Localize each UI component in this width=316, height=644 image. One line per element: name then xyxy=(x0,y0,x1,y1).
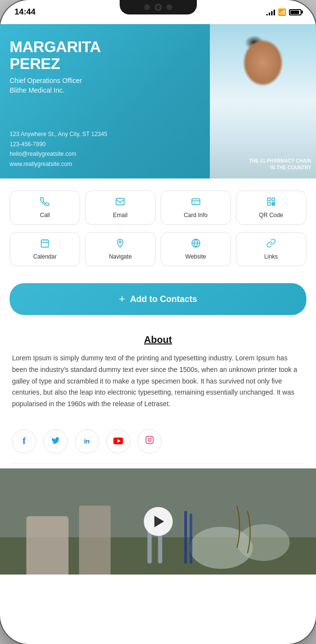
youtube-button[interactable] xyxy=(106,429,130,453)
card-info-button[interactable]: Card Info xyxy=(161,191,231,225)
status-icons: 📶 xyxy=(266,8,302,16)
linkedin-button[interactable]: in xyxy=(75,429,99,453)
calendar-label: Calendar xyxy=(33,253,57,260)
add-to-contacts-button[interactable]: + Add to Contacts xyxy=(10,283,306,315)
calendar-icon xyxy=(40,238,50,250)
play-button[interactable] xyxy=(144,507,173,536)
screen: MARGARITA PEREZ Chief Operations Officer… xyxy=(0,24,316,644)
status-time: 14:44 xyxy=(14,7,35,17)
hero-phone: 123-456-7890 xyxy=(10,139,200,149)
hero-contact: 123 Anywhere St., Any City, ST 12345 123… xyxy=(10,129,200,169)
hero-website: www.reallygreatsite.com xyxy=(10,159,200,169)
signal-bar-2 xyxy=(269,13,270,15)
email-icon xyxy=(115,197,125,209)
card-info-label: Card Info xyxy=(184,212,207,219)
video-overlay xyxy=(0,468,316,575)
hero-email: hello@reallygreatsite.com xyxy=(10,149,200,159)
linkedin-icon: in xyxy=(84,438,90,445)
social-section: f in xyxy=(0,420,316,463)
calendar-button[interactable]: Calendar xyxy=(10,232,80,266)
signal-bar-1 xyxy=(266,14,268,15)
hero-name-line2: PEREZ xyxy=(10,55,60,72)
about-title: About xyxy=(12,334,304,345)
navigate-label: Navigate xyxy=(109,253,132,260)
video-section xyxy=(0,468,316,575)
actions-row-1: Call Email xyxy=(10,191,306,225)
svg-rect-10 xyxy=(274,204,275,206)
hero-photo-canvas xyxy=(210,24,316,178)
links-label: Links xyxy=(264,253,278,260)
battery-icon xyxy=(289,9,302,15)
svg-rect-1 xyxy=(192,199,200,205)
svg-rect-11 xyxy=(41,240,49,247)
links-icon xyxy=(266,238,276,250)
navigate-icon xyxy=(115,238,125,250)
svg-point-22 xyxy=(151,438,152,438)
navigate-button[interactable]: Navigate xyxy=(85,232,155,266)
hero-company: Blithe Medical Inc. xyxy=(10,86,65,94)
play-icon xyxy=(154,516,164,527)
email-label: Email xyxy=(113,212,127,219)
divider xyxy=(12,463,304,464)
add-contacts-label: Add to Contacts xyxy=(130,294,197,304)
svg-rect-0 xyxy=(116,198,124,205)
actions-section: Call Email xyxy=(0,178,316,278)
hero-tagline-line1: THE #1 PHARMACY CHAIN xyxy=(249,158,311,164)
svg-rect-6 xyxy=(267,203,270,206)
facebook-icon: f xyxy=(23,436,26,446)
facebook-button[interactable]: f xyxy=(12,429,36,453)
website-label: Website xyxy=(185,253,206,260)
svg-rect-9 xyxy=(272,204,274,206)
qr-code-label: QR Code xyxy=(259,212,283,219)
actions-row-2: Calendar Navigate xyxy=(10,232,306,266)
add-contacts-section: + Add to Contacts xyxy=(0,278,316,325)
call-button[interactable]: Call xyxy=(10,191,80,225)
status-bar: 14:44 📶 xyxy=(0,0,316,24)
about-section: About Lorem Ipsum is simply dummy text o… xyxy=(0,325,316,420)
battery-fill xyxy=(290,11,299,14)
signal-bar-3 xyxy=(271,11,273,15)
hero-name-line1: MARGARITA xyxy=(10,38,101,55)
website-button[interactable]: Website xyxy=(161,232,231,266)
phone-frame: 14:44 📶 MARGARITA PEREZ xyxy=(0,0,316,644)
svg-point-21 xyxy=(148,438,151,441)
instagram-button[interactable] xyxy=(137,429,162,453)
wifi-icon: 📶 xyxy=(278,8,286,16)
svg-rect-5 xyxy=(272,198,275,201)
signal-bar-4 xyxy=(274,10,275,15)
hero-job-title: Chief Operations Officer xyxy=(10,77,82,84)
website-icon xyxy=(191,238,201,250)
svg-point-15 xyxy=(119,241,121,243)
hero-info: MARGARITA PEREZ Chief Operations Officer… xyxy=(0,24,210,178)
about-text: Lorem Ipsum is simply dummy text of the … xyxy=(12,353,304,410)
svg-rect-8 xyxy=(274,203,275,204)
qr-code-button[interactable]: QR Code xyxy=(236,191,306,225)
twitter-icon xyxy=(51,436,60,447)
svg-rect-4 xyxy=(267,198,270,201)
notch-dot-left xyxy=(144,4,150,10)
hero-title-block: Chief Operations Officer Blithe Medical … xyxy=(10,76,200,95)
video-background xyxy=(0,468,316,575)
email-button[interactable]: Email xyxy=(85,191,155,225)
hero-address: 123 Anywhere St., Any City, ST 12345 xyxy=(10,129,200,139)
card-info-icon xyxy=(191,197,201,209)
hero-card: MARGARITA PEREZ Chief Operations Officer… xyxy=(0,24,316,178)
hero-tagline-line2: IN THE COUNTRY xyxy=(249,164,311,171)
svg-rect-20 xyxy=(146,437,153,444)
twitter-button[interactable] xyxy=(43,429,68,453)
call-label: Call xyxy=(40,212,50,219)
call-icon xyxy=(40,197,50,209)
notch-dot-right xyxy=(166,4,172,10)
hero-tagline: THE #1 PHARMACY CHAIN IN THE COUNTRY xyxy=(249,158,311,171)
notch-camera xyxy=(155,4,162,11)
hero-name-block: MARGARITA PEREZ Chief Operations Officer… xyxy=(10,39,200,96)
hero-photo: THE #1 PHARMACY CHAIN IN THE COUNTRY xyxy=(210,24,316,178)
notch xyxy=(120,0,197,14)
qr-code-icon xyxy=(266,197,276,209)
plus-icon: + xyxy=(119,293,125,305)
youtube-icon xyxy=(113,436,123,447)
links-button[interactable]: Links xyxy=(236,232,306,266)
signal-icon xyxy=(266,9,275,15)
instagram-icon xyxy=(145,436,154,447)
svg-rect-7 xyxy=(272,203,274,204)
